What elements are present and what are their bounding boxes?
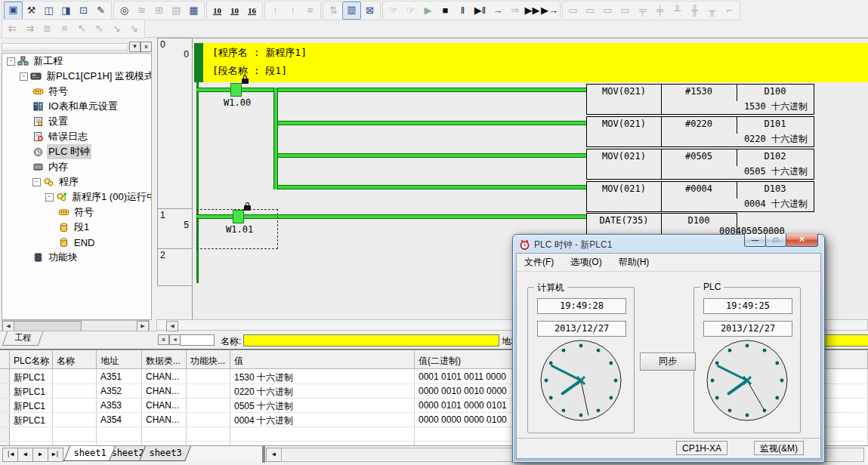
word-monitor-icon[interactable]: ▭	[582, 2, 599, 19]
sheet-tab-sheet1[interactable]: sheet1	[63, 446, 116, 461]
local-symbols-icon[interactable]: ⊞	[150, 2, 168, 19]
menu-help[interactable]: 帮助(H)	[619, 256, 650, 271]
watch-collapse-icon[interactable]: ◂	[169, 334, 181, 345]
online-edit-release-icon[interactable]: ⊠	[361, 2, 378, 19]
watch-blank-field[interactable]	[180, 334, 215, 346]
close-button[interactable]: ×	[786, 234, 818, 247]
go-previous-icon[interactable]: ↑	[267, 2, 284, 19]
compile-program-icon[interactable]: ⚒	[23, 2, 40, 19]
contact-W1.01[interactable]	[233, 210, 244, 223]
name-input[interactable]	[243, 334, 499, 346]
go-next-icon[interactable]: ↑	[284, 2, 301, 19]
step-run-icon[interactable]: ▶‖	[471, 2, 489, 19]
clear-align-icon[interactable]: ≡	[56, 20, 73, 37]
column-header-fb[interactable]: 功能块...	[187, 350, 230, 369]
cell-address[interactable]: A352	[97, 383, 142, 398]
expand-collapse-icon[interactable]: -	[7, 57, 15, 66]
cell-type[interactable]: CHAN...	[142, 369, 187, 383]
pause-icon[interactable]: ‖	[454, 2, 471, 19]
forced-reset-monitor-icon[interactable]: ▭	[616, 2, 634, 19]
menu-file[interactable]: 文件(F)	[524, 256, 554, 271]
align-rung-icon[interactable]: ≣	[39, 20, 56, 37]
cell-type[interactable]: CHAN...	[142, 383, 187, 398]
tree-item-project[interactable]: -新工程	[2, 54, 151, 69]
tree-item-plc[interactable]: -新PLC1[CP1H] 监视模式	[2, 69, 151, 84]
dialog-titlebar[interactable]: PLC 时钟 - 新PLC1	[519, 238, 612, 251]
cell-type[interactable]: CHAN...	[142, 398, 187, 412]
cell-value[interactable]: 1530 十六进制	[230, 369, 415, 383]
tree-item-io-table[interactable]: IO表和单元设置	[2, 99, 151, 114]
set-value-icon[interactable]: ⇘	[125, 20, 143, 37]
new-instruction-icon[interactable]: ╥	[703, 2, 721, 19]
io-bit-monitor-icon[interactable]: ▭	[564, 2, 582, 19]
menu-options[interactable]: 选项(O)	[570, 256, 601, 271]
new-coil-icon[interactable]: ╨	[669, 2, 686, 19]
forced-set-monitor-icon[interactable]: ▭	[599, 2, 616, 19]
address-reference-icon[interactable]: ≡	[301, 2, 319, 19]
new-contact-icon[interactable]: ╤	[634, 2, 651, 19]
instruction-MOV(021)[interactable]: MOV(021)#0220D1010220 十六进制	[586, 116, 814, 147]
cell-address[interactable]: A354	[97, 412, 142, 427]
tree-item-section1[interactable]: 段1	[2, 220, 151, 235]
cell-value[interactable]: 0220 十六进制	[230, 383, 415, 398]
watch-window-icon[interactable]: ◨	[57, 2, 75, 19]
cell-plc[interactable]: 新PLC1	[10, 398, 53, 412]
monitor-mode-icon[interactable]: ▶	[419, 2, 437, 19]
continuous-step-icon[interactable]: ▶▶	[524, 2, 541, 19]
monitor-hex-icon[interactable]: 16	[243, 2, 261, 19]
tree-item-program1[interactable]: -新程序1 (00)运行中	[2, 189, 151, 205]
force-reset-icon[interactable]: ⇖	[91, 20, 108, 37]
tree-item-plc-clock[interactable]: PLC 时钟	[2, 144, 151, 159]
sheet-scroll-left-icon[interactable]: ◀	[266, 448, 282, 462]
cell-plc[interactable]: 新PLC1	[10, 369, 53, 383]
toggle-project-workspace-icon[interactable]: ▣	[4, 2, 23, 20]
plc-clock-dialog[interactable]: PLC 时钟 - 新PLC1 — □ × 文件(F) 选项(O) 帮助(H) 计…	[512, 234, 825, 463]
sheet-nav-2-icon[interactable]: ▶	[32, 448, 48, 462]
column-header-name[interactable]: 名称	[53, 350, 97, 369]
draw-line-icon[interactable]: ⌐	[721, 2, 738, 19]
scroll-left-icon[interactable]: ◀	[2, 321, 14, 331]
online-save-icon[interactable]: ⇅	[325, 2, 342, 19]
tree-item-error-log[interactable]: 错误日志	[2, 129, 151, 144]
step-over-icon[interactable]: ⇒	[506, 2, 524, 19]
indent-right-icon[interactable]: ⇉	[21, 20, 39, 37]
expand-collapse-icon[interactable]: -	[32, 178, 41, 186]
minimize-button[interactable]: —	[744, 234, 766, 247]
symbol-table-icon[interactable]: ≋	[133, 2, 150, 19]
sheet-nav-0-icon[interactable]: |◀	[2, 448, 18, 462]
cell-address[interactable]: A351	[97, 369, 142, 383]
column-header-value[interactable]: 值	[230, 350, 415, 369]
indent-left-icon[interactable]: ⇇	[4, 20, 21, 37]
contact-W1.00[interactable]	[230, 83, 242, 97]
io-comment-window-icon[interactable]: ⊡	[75, 2, 92, 19]
workspace-grip[interactable]	[2, 43, 128, 51]
cell-address[interactable]: A353	[97, 398, 142, 412]
column-header-address[interactable]: 地址	[97, 350, 142, 369]
work-online-icon[interactable]: ▥	[342, 2, 361, 20]
find-in-project-icon[interactable]: ◎	[116, 2, 133, 19]
maximize-button[interactable]: □	[765, 234, 786, 247]
monitor-decimal-icon[interactable]: 10	[209, 2, 226, 19]
tree-item-program1-symbols[interactable]: 符号	[2, 205, 151, 220]
monitor-window-icon[interactable]: ◫	[40, 2, 57, 19]
force-set-icon[interactable]: ↖	[73, 20, 91, 37]
scroll-right-icon[interactable]: ▶	[137, 321, 149, 331]
cell-plc[interactable]: 新PLC1	[10, 383, 53, 398]
run-mode-icon[interactable]: ■	[437, 2, 454, 19]
tree-item-function-blocks[interactable]: 功能块	[2, 250, 151, 265]
sheetbar-splitter[interactable]	[262, 446, 265, 463]
watch-close-icon[interactable]: x	[158, 334, 169, 345]
tree-item-symbols[interactable]: 符号	[2, 84, 151, 99]
sheet-nav-3-icon[interactable]: ▶|	[48, 448, 63, 462]
force-cancel-icon[interactable]: ↘	[108, 20, 125, 37]
new-closed-coil-icon[interactable]: ╫	[686, 2, 703, 19]
scroll-thumb[interactable]	[14, 321, 82, 331]
show-properties-icon[interactable]: ✎	[92, 2, 110, 19]
cell-plc[interactable]: 新PLC1	[10, 412, 53, 427]
sync-button[interactable]: 同步	[640, 353, 696, 371]
step-into-icon[interactable]: →	[489, 2, 506, 19]
program-mode-icon[interactable]: ☞	[385, 2, 402, 19]
rung-margin-1[interactable]: 15	[157, 208, 193, 250]
cell-value[interactable]: 0004 十六进制	[230, 412, 415, 427]
column-header-type[interactable]: 数据类...	[142, 350, 187, 369]
